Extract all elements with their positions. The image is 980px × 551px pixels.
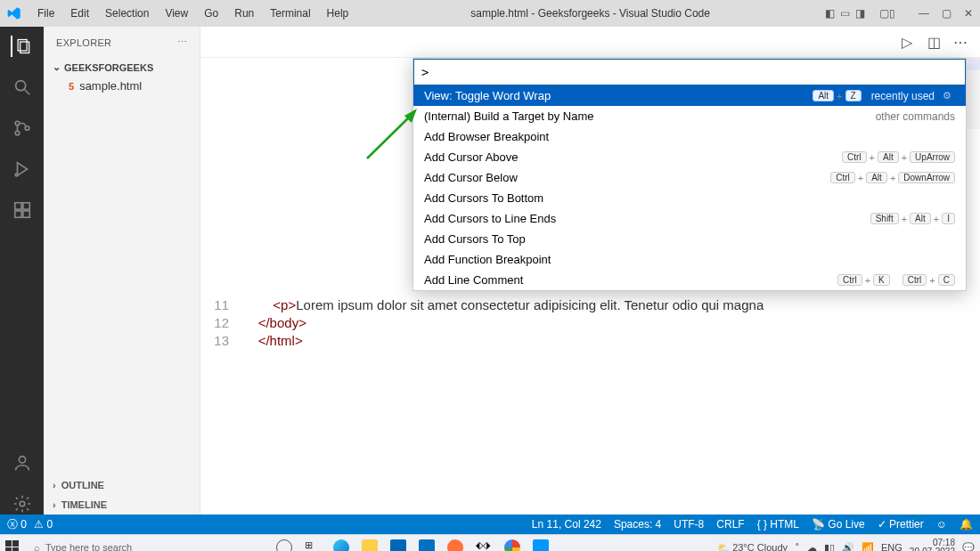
status-errors[interactable]: ⓧ 0: [7, 517, 27, 532]
battery-icon[interactable]: ▮▯: [824, 542, 835, 552]
command-label: Add Cursors To Bottom: [424, 191, 543, 205]
store-icon[interactable]: [390, 539, 406, 551]
outline-section[interactable]: ›OUTLINE: [44, 475, 200, 495]
command-hint: other commands: [876, 110, 955, 123]
code-line[interactable]: 13 </html>: [200, 332, 980, 350]
start-button[interactable]: [5, 540, 20, 551]
svg-point-13: [20, 501, 25, 506]
menu-terminal[interactable]: Terminal: [263, 4, 317, 23]
gear-icon[interactable]: ⚙: [943, 90, 955, 102]
command-item[interactable]: Add Line CommentCtrl+KCtrl+C: [413, 270, 966, 290]
toggle-sidebar-icon[interactable]: ◧: [825, 7, 835, 20]
vscode-logo-icon: [7, 6, 21, 20]
close-window-button[interactable]: ✕: [964, 7, 973, 20]
accounts-icon[interactable]: [12, 452, 33, 474]
minimize-button[interactable]: —: [919, 7, 929, 20]
svg-rect-18: [5, 547, 12, 551]
svg-point-4: [15, 121, 20, 126]
run-icon[interactable]: ▷: [900, 35, 914, 49]
status-bell-icon[interactable]: 🔔: [960, 518, 973, 531]
command-item[interactable]: Add Cursors to Line EndsShift+Alt+I: [413, 208, 966, 229]
command-palette-input[interactable]: [413, 59, 966, 85]
command-item[interactable]: Add Cursor AboveCtrl+Alt+UpArrow: [413, 147, 966, 167]
status-spaces[interactable]: Spaces: 4: [614, 518, 661, 531]
explorer-more-icon[interactable]: ⋯: [177, 36, 187, 48]
search-icon[interactable]: [12, 77, 33, 98]
status-eol[interactable]: CRLF: [716, 518, 744, 531]
tray-chevron-icon[interactable]: ˄: [795, 542, 800, 552]
status-encoding[interactable]: UTF-8: [674, 518, 704, 531]
status-feedback-icon[interactable]: ☺: [936, 518, 947, 531]
menu-selection[interactable]: Selection: [98, 4, 156, 23]
code-line[interactable]: 11 <p>Lorem ipsum dolor sit amet consect…: [200, 296, 980, 314]
settings-gear-icon[interactable]: [12, 493, 33, 515]
dropbox-icon[interactable]: ⬖⬗: [476, 539, 492, 551]
cortana-icon[interactable]: [276, 539, 292, 551]
windows-taskbar: ⌕ Type here to search ⊞ ⬖⬗ ⛅ 23°C Cloudy…: [0, 534, 980, 551]
split-editor-icon[interactable]: ◫: [927, 35, 941, 49]
command-label: Add Cursor Above: [424, 150, 519, 164]
file-sample-html[interactable]: 5 sample.html: [44, 77, 200, 95]
command-item[interactable]: (Internal) Build a Target by Nameother c…: [413, 106, 966, 126]
taskview-icon[interactable]: ⊞: [305, 539, 321, 551]
edge-icon[interactable]: [333, 539, 349, 551]
run-debug-icon[interactable]: [12, 158, 33, 180]
more-actions-icon[interactable]: ⋯: [953, 35, 968, 49]
command-item[interactable]: Add Cursor BelowCtrl+Alt+DownArrow: [413, 167, 966, 188]
mail-icon[interactable]: [419, 539, 435, 551]
menu-go[interactable]: Go: [197, 4, 225, 23]
folder-root[interactable]: ⌄ GEEKSFORGEEKS: [44, 58, 200, 77]
explorer-icon[interactable]: [11, 36, 32, 57]
volume-icon[interactable]: 🔊: [842, 542, 854, 552]
menu-file[interactable]: File: [30, 4, 61, 23]
svg-line-3: [24, 90, 29, 95]
wifi-icon[interactable]: 📶: [862, 542, 874, 552]
toggle-panel-icon[interactable]: ▭: [840, 7, 850, 20]
status-prettier[interactable]: ✓ Prettier: [878, 518, 924, 531]
chrome-icon[interactable]: [504, 539, 520, 551]
taskbar-search[interactable]: ⌕ Type here to search: [27, 537, 196, 551]
command-item[interactable]: Add Cursors To Top: [413, 229, 966, 249]
onedrive-icon[interactable]: ☁: [807, 542, 817, 552]
layout-controls: ◧ ▭ ◨ ▢▯: [825, 7, 895, 20]
timeline-label: TIMELINE: [61, 499, 107, 510]
file-explorer-icon[interactable]: [362, 539, 378, 551]
vscode-taskbar-icon[interactable]: [533, 539, 549, 551]
line-number: 12: [200, 314, 243, 332]
toggle-secondary-icon[interactable]: ◨: [855, 7, 865, 20]
menu-run[interactable]: Run: [227, 4, 261, 23]
notifications-icon[interactable]: 💬: [962, 542, 975, 552]
editor-actions: ▷ ◫ ⋯: [200, 27, 980, 58]
command-keybinding: Ctrl+KCtrl+C: [837, 274, 955, 286]
command-item[interactable]: View: Toggle Word WrapAlt+Zrecently used…: [413, 85, 966, 106]
menu-edit[interactable]: Edit: [63, 4, 96, 23]
status-language[interactable]: { } HTML: [757, 518, 799, 531]
customize-layout-icon[interactable]: ▢▯: [879, 7, 895, 20]
line-number: 13: [200, 332, 243, 350]
menu-view[interactable]: View: [158, 4, 195, 23]
status-warnings[interactable]: ⚠ 0: [34, 518, 53, 531]
clock[interactable]: 07:18 20-07-2022: [910, 539, 955, 552]
command-item[interactable]: Add Function Breakpoint: [413, 249, 966, 270]
timeline-section[interactable]: ›TIMELINE: [44, 495, 200, 515]
command-keybinding: Shift+Alt+I: [870, 213, 955, 224]
code-line[interactable]: 12 </body>: [200, 314, 980, 332]
firefox-icon[interactable]: [447, 539, 463, 551]
command-label: Add Cursors to Line Ends: [424, 212, 556, 225]
extensions-icon[interactable]: [12, 199, 33, 221]
svg-point-6: [25, 126, 29, 131]
language-indicator[interactable]: ENG: [881, 542, 902, 551]
line-content: <p>Lorem ipsum dolor sit amet consectetu…: [243, 296, 764, 314]
taskbar-apps: ⊞ ⬖⬗: [276, 539, 549, 551]
error-count: 0: [20, 518, 27, 531]
explorer-panel: EXPLORER ⋯ ⌄ GEEKSFORGEEKS 5 sample.html…: [44, 27, 200, 515]
svg-rect-10: [22, 211, 29, 217]
weather-widget[interactable]: ⛅ 23°C Cloudy: [717, 542, 788, 552]
menu-help[interactable]: Help: [320, 4, 356, 23]
maximize-button[interactable]: ▢: [942, 7, 951, 20]
command-item[interactable]: Add Browser Breakpoint: [413, 126, 966, 147]
source-control-icon[interactable]: [12, 117, 33, 139]
command-item[interactable]: Add Cursors To Bottom: [413, 188, 966, 208]
status-position[interactable]: Ln 11, Col 242: [532, 518, 601, 531]
status-golive[interactable]: 📡 Go Live: [812, 518, 865, 531]
